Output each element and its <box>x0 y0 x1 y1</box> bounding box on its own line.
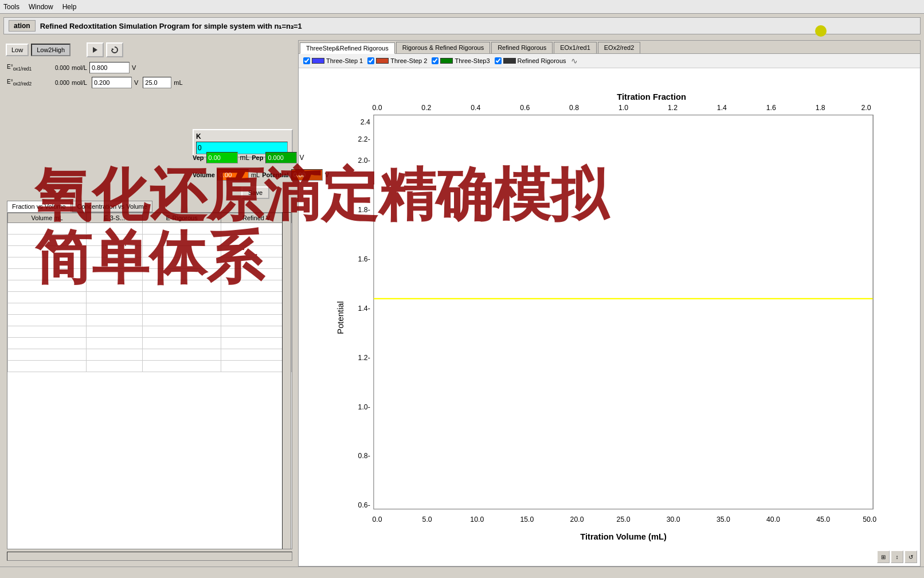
chart-tab-eox2[interactable]: EOx2/red2 <box>598 42 641 53</box>
table-row <box>8 235 292 246</box>
right-panel: ThreeStep&Refined Rigorous Rigorous & Re… <box>298 40 921 567</box>
table-cell <box>87 315 143 326</box>
legend-wave-icon: ∿ <box>571 56 578 65</box>
chart-tool-reset[interactable]: ↺ <box>905 550 917 563</box>
cursor-indicator <box>815 25 827 37</box>
table-cell <box>143 303 221 315</box>
table-cell <box>8 235 87 246</box>
table-cell <box>87 326 143 338</box>
refresh-button[interactable] <box>106 42 123 57</box>
chart-tab-rigorous-refined[interactable]: Rigorous & Refined Rigorous <box>396 42 490 53</box>
red2-unit: mL <box>174 79 182 86</box>
chart-tool-grid[interactable]: ⊞ <box>877 550 890 563</box>
potential-input[interactable] <box>291 169 323 181</box>
table-cell <box>221 292 292 303</box>
legend-item-4: Refined Rigorous <box>495 57 566 64</box>
table-cell <box>87 280 143 292</box>
legend-item-2: Three-Step 2 <box>367 57 427 64</box>
volume-unit: mL <box>251 171 260 178</box>
chart-tab-threestep-refined[interactable]: ThreeStep&Refined Rigorous <box>300 42 395 54</box>
x-tick-top-1: 0.2 <box>421 104 431 112</box>
col-header-e3s: E 3-S... <box>87 213 143 223</box>
table-cell <box>143 257 221 269</box>
main-window: ation Refined Redoxtitation Simulation P… <box>0 14 924 578</box>
chart-tool-zoom[interactable]: ↕ <box>891 550 903 563</box>
table-cell <box>221 338 292 349</box>
table-cell <box>143 246 221 257</box>
table-cell <box>87 246 143 257</box>
chart-area: Potential Titration Fraction 0.0 0.2 0.4… <box>299 85 920 550</box>
table-row <box>8 338 292 349</box>
chart-tab-refined-rigorous[interactable]: Refined Rigorous <box>491 42 553 53</box>
ox1-label: E°ox1/red1 <box>7 64 53 72</box>
y-tick-7: 2.0- <box>358 157 370 165</box>
table-cell <box>87 349 143 361</box>
x-tick-top-3: 0.6 <box>520 104 530 112</box>
graph-type-tabs: Fraction vs Volume Concentration vs Volu… <box>7 201 152 212</box>
table-cell <box>87 223 143 235</box>
x-tick-top-6: 1.2 <box>668 104 678 112</box>
red2-conc-input[interactable] <box>143 77 171 88</box>
y-tick-1: 0.8- <box>358 452 370 460</box>
pep-input[interactable] <box>265 152 297 163</box>
menubar: Tools Window Help <box>0 0 924 14</box>
y-tick-2: 1.0- <box>358 403 370 411</box>
table-row <box>8 315 292 326</box>
menu-tools[interactable]: Tools <box>3 3 19 11</box>
window-tab-label[interactable]: ation <box>9 20 36 32</box>
table-row <box>8 280 292 292</box>
col-header-erig: E-Rigorous <box>143 213 221 223</box>
ox2-unit: V <box>134 79 138 86</box>
ox2-value-input[interactable] <box>92 77 132 88</box>
ox1-value-input[interactable] <box>89 62 130 73</box>
menu-window[interactable]: Window <box>29 3 53 11</box>
table-cell <box>8 315 87 326</box>
table-cell <box>8 349 87 361</box>
legend-checkbox-4[interactable] <box>495 57 502 64</box>
x-tick-top-9: 1.8 <box>816 104 825 112</box>
table-cell <box>221 361 292 372</box>
legend-label-2: Three-Step 2 <box>390 57 427 64</box>
svg-marker-0 <box>93 47 97 53</box>
x-tick-top-2: 0.4 <box>471 104 480 112</box>
ox1-row: E°ox1/red1 0.000 mol/L V <box>7 62 292 73</box>
play-button[interactable] <box>87 42 104 57</box>
table-cell <box>87 269 143 280</box>
legend-color-3 <box>440 58 453 64</box>
ox2-conc-unit: mol/L <box>72 79 87 86</box>
table-cell <box>8 257 87 269</box>
table-cell <box>143 349 221 361</box>
low2high-button[interactable]: Low2High <box>31 44 71 56</box>
table-row <box>8 257 292 269</box>
ox1-unit: V <box>132 64 136 71</box>
save-button[interactable]: Save <box>241 186 269 199</box>
y-tick-3: 1.2- <box>358 354 370 362</box>
fraction-vs-volume-tab[interactable]: Fraction vs Volume <box>7 201 71 212</box>
legend-checkbox-1[interactable] <box>303 57 310 64</box>
vep-input[interactable] <box>206 152 238 163</box>
volume-input[interactable] <box>217 169 249 181</box>
table-cell <box>221 326 292 338</box>
legend-color-4 <box>503 58 516 64</box>
chart-tab-eox1[interactable]: EOx1/red1 <box>554 42 597 53</box>
table-cell <box>8 269 87 280</box>
x-vol-tick-4: 20.0 <box>570 515 584 524</box>
x-tick-top-10: 2.0 <box>861 104 871 112</box>
table-cell <box>143 361 221 372</box>
low-button[interactable]: Low <box>6 44 29 56</box>
horizontal-scrollbar[interactable] <box>7 552 292 561</box>
vol-pot-row: Volume mL Potential V <box>193 169 329 181</box>
x-vol-tick-6: 30.0 <box>667 515 680 524</box>
table-cell <box>143 235 221 246</box>
concentration-vs-volume-tab[interactable]: Concentration vs Volume <box>72 201 152 212</box>
vep-unit: mL <box>240 154 250 162</box>
vep-label: Vep <box>193 154 204 161</box>
vertical-scrollbar[interactable] <box>282 212 291 549</box>
table-cell <box>143 223 221 235</box>
legend-checkbox-2[interactable] <box>367 57 374 64</box>
legend-checkbox-3[interactable] <box>432 57 438 64</box>
menu-help[interactable]: Help <box>62 3 77 11</box>
x-vol-tick-5: 25.0 <box>617 515 631 524</box>
table-cell <box>221 235 292 246</box>
y-tick-4: 1.4- <box>358 304 370 313</box>
